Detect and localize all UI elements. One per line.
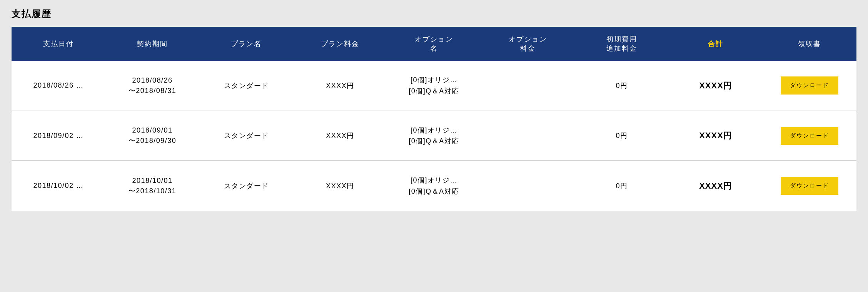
- cell-receipt: ダウンロード: [763, 123, 856, 149]
- cell-contract-period: 2018/09/01 〜2018/09/30: [105, 123, 199, 149]
- cell-plan-fee: XXXX円: [293, 173, 387, 199]
- cell-plan-name: スタンダード: [199, 72, 293, 99]
- cell-contract-period: 2018/10/01 〜2018/10/31: [105, 173, 199, 199]
- header-initial-fee: 初期費用 追加料金: [575, 27, 669, 61]
- download-button[interactable]: ダウンロード: [781, 127, 838, 145]
- cell-option-fee: [481, 72, 575, 99]
- cell-plan-name: スタンダード: [199, 123, 293, 149]
- header-plan-fee: プラン料金: [293, 27, 387, 61]
- cell-option-name: [0個]オリジ… [0個]Q＆A対応: [387, 72, 481, 99]
- cell-total: XXXX円: [669, 123, 763, 149]
- table-header: 支払日付 契約期間 プラン名 プラン料金 オプション 名 オプション 料金 初期…: [12, 27, 856, 61]
- table-body: 2018/08/26 … 2018/08/26 〜2018/08/31 スタンダ…: [12, 61, 856, 211]
- cell-plan-fee: XXXX円: [293, 123, 387, 149]
- cell-receipt: ダウンロード: [763, 72, 856, 99]
- cell-payment-date: 2018/08/26 …: [12, 72, 105, 99]
- cell-initial-fee: 0円: [575, 72, 669, 99]
- cell-receipt: ダウンロード: [763, 173, 856, 199]
- page-title: 支払履歴: [12, 8, 856, 20]
- cell-total: XXXX円: [669, 72, 763, 99]
- cell-payment-date: 2018/09/02 …: [12, 123, 105, 149]
- cell-initial-fee: 0円: [575, 173, 669, 199]
- cell-option-name: [0個]オリジ… [0個]Q＆A対応: [387, 123, 481, 149]
- payment-history-table: 支払日付 契約期間 プラン名 プラン料金 オプション 名 オプション 料金 初期…: [12, 27, 856, 211]
- download-button[interactable]: ダウンロード: [781, 76, 838, 95]
- cell-total: XXXX円: [669, 173, 763, 199]
- header-contract-period: 契約期間: [105, 27, 199, 61]
- table-row: 2018/10/02 … 2018/10/01 〜2018/10/31 スタンダ…: [12, 161, 856, 211]
- cell-plan-fee: XXXX円: [293, 72, 387, 99]
- table-row: 2018/08/26 … 2018/08/26 〜2018/08/31 スタンダ…: [12, 61, 856, 111]
- download-button[interactable]: ダウンロード: [781, 177, 838, 195]
- cell-option-fee: [481, 173, 575, 199]
- table-row: 2018/09/02 … 2018/09/01 〜2018/09/30 スタンダ…: [12, 111, 856, 161]
- cell-option-fee: [481, 123, 575, 149]
- payment-history-container: 支払履歴 支払日付 契約期間 プラン名 プラン料金 オプション 名 オプション …: [12, 8, 856, 211]
- cell-contract-period: 2018/08/26 〜2018/08/31: [105, 72, 199, 99]
- header-plan-name: プラン名: [199, 27, 293, 61]
- header-total: 合計: [669, 27, 763, 61]
- header-option-fee: オプション 料金: [481, 27, 575, 61]
- cell-plan-name: スタンダード: [199, 173, 293, 199]
- cell-payment-date: 2018/10/02 …: [12, 173, 105, 199]
- header-payment-date: 支払日付: [12, 27, 105, 61]
- header-receipt: 領収書: [763, 27, 856, 61]
- header-option-name: オプション 名: [387, 27, 481, 61]
- cell-option-name: [0個]オリジ… [0個]Q＆A対応: [387, 173, 481, 199]
- cell-initial-fee: 0円: [575, 123, 669, 149]
